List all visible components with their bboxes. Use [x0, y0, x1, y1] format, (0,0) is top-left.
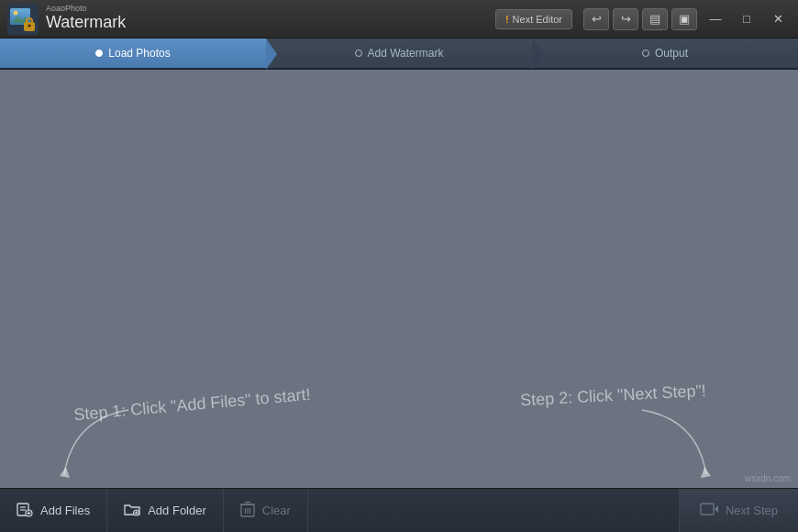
watermark-label: wsxdn.com	[745, 473, 791, 483]
chat-icon: ▤	[649, 12, 660, 26]
tab-add-watermark[interactable]: Add Watermark	[266, 39, 532, 68]
step-tabs: Load Photos Add Watermark Output	[0, 39, 798, 70]
tab-add-watermark-label: Add Watermark	[368, 47, 444, 60]
tab-output[interactable]: Output	[532, 39, 798, 68]
tab-dot-load	[95, 50, 103, 57]
next-step-arrow-icon	[700, 502, 718, 519]
clear-button[interactable]: Clear	[224, 489, 308, 532]
tab-output-label: Output	[655, 47, 688, 60]
warning-icon: !	[505, 14, 509, 25]
bottom-toolbar: Add Files Add Folder Clear	[0, 488, 798, 532]
redo-icon: ↪	[621, 12, 631, 26]
app-icon	[7, 4, 39, 35]
minimize-button[interactable]: —	[703, 8, 728, 30]
title-bar: AoaoPhoto Watermark ! Next Editor ↩ ↪ ▤ …	[0, 0, 798, 39]
next-step-label: Next Step	[726, 504, 778, 517]
save-icon: ▣	[679, 12, 690, 26]
hint-step1: Step 1: Click "Add Files" to start!	[73, 385, 312, 425]
main-content-area: Step 1: Click "Add Files" to start! Step…	[0, 70, 798, 488]
title-text: AoaoPhoto Watermark	[46, 5, 126, 33]
title-left: AoaoPhoto Watermark	[7, 4, 126, 35]
undo-button[interactable]: ↩	[583, 8, 609, 30]
redo-button[interactable]: ↪	[613, 8, 638, 30]
app-name-large: Watermark	[46, 13, 126, 33]
maximize-button[interactable]: □	[734, 8, 759, 30]
clear-icon	[240, 501, 255, 521]
add-folder-icon	[124, 501, 140, 521]
close-icon: ✕	[773, 12, 783, 26]
svg-marker-9	[701, 467, 711, 478]
svg-marker-26	[715, 505, 718, 513]
undo-icon: ↩	[592, 12, 602, 26]
next-editor-label: Next Editor	[513, 14, 562, 25]
save-button[interactable]: ▣	[671, 8, 697, 30]
svg-rect-25	[701, 504, 714, 515]
tab-arrow-load	[266, 39, 277, 70]
svg-point-7	[28, 24, 31, 27]
tab-dot-output	[642, 50, 649, 57]
clear-label: Clear	[262, 504, 291, 517]
next-step-button[interactable]: Next Step	[679, 489, 798, 532]
hint-step1-text: Step 1: Click "Add Files" to start!	[73, 385, 312, 424]
next-editor-button[interactable]: ! Next Editor	[495, 9, 572, 29]
tab-load-photos[interactable]: Load Photos	[0, 39, 266, 68]
maximize-icon: □	[743, 12, 750, 26]
add-folder-label: Add Folder	[148, 504, 206, 517]
arrow-to-add-files	[46, 401, 156, 483]
add-folder-button[interactable]: Add Folder	[107, 489, 224, 532]
add-files-button[interactable]: Add Files	[0, 489, 107, 532]
svg-point-4	[14, 10, 18, 15]
title-controls: ! Next Editor ↩ ↪ ▤ ▣ — □ ✕	[495, 8, 791, 30]
arrow-to-next-step	[615, 401, 725, 483]
hint-step2: Step 2: Click "Next Step"!	[520, 382, 707, 411]
hint-step2-text: Step 2: Click "Next Step"!	[520, 382, 707, 410]
close-button[interactable]: ✕	[765, 8, 791, 30]
tab-dot-watermark	[355, 50, 362, 57]
tab-load-photos-label: Load Photos	[108, 47, 170, 60]
tab-arrow-watermark	[532, 39, 543, 70]
add-files-label: Add Files	[40, 504, 90, 517]
svg-marker-8	[60, 467, 70, 478]
app-name-small: AoaoPhoto	[46, 5, 126, 13]
add-files-icon	[17, 501, 33, 521]
minimize-icon: —	[710, 12, 722, 26]
chat-button[interactable]: ▤	[642, 8, 668, 30]
